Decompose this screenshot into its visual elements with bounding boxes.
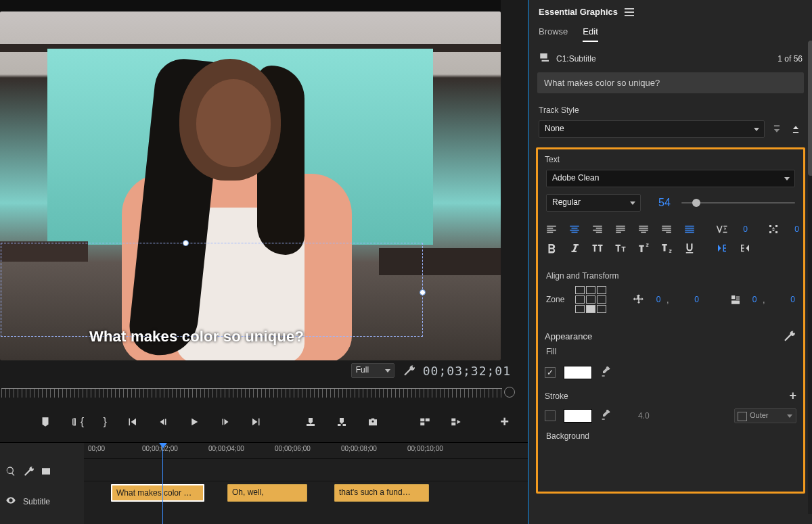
subtitle-clip[interactable]: What makes color … <box>111 484 204 502</box>
step-back-button[interactable] <box>157 415 169 429</box>
align-left-icon[interactable] <box>545 222 558 236</box>
monitor-footer: Full 00;03;32;01 <box>0 360 518 381</box>
step-forward-button[interactable] <box>219 415 231 429</box>
text-section-highlight: Text Adobe Clean Regular 54 0 <box>536 147 805 494</box>
add-stroke-button[interactable]: + <box>789 389 796 403</box>
smallcaps-icon[interactable] <box>614 241 627 255</box>
font-weight-select[interactable]: Regular <box>546 194 641 212</box>
play-button[interactable] <box>188 415 200 429</box>
fill-eyedropper-icon[interactable] <box>600 366 611 379</box>
font-size-value[interactable]: 54 <box>658 197 671 209</box>
subtitle-clip[interactable]: that's such a fund… <box>334 484 429 502</box>
subtitle-clip[interactable]: Oh, well, <box>227 484 307 502</box>
caption-layer-icon <box>539 51 551 66</box>
font-size-slider[interactable] <box>681 197 795 208</box>
stroke-checkbox[interactable] <box>545 410 556 421</box>
pos-x[interactable]: 0 <box>651 295 660 304</box>
monitor-settings-icon[interactable] <box>403 364 415 377</box>
stroke-eyedropper-icon[interactable] <box>600 410 611 423</box>
extract-button[interactable] <box>336 415 348 429</box>
appearance-settings-icon[interactable] <box>782 329 796 343</box>
lift-button[interactable] <box>304 415 317 429</box>
handle-right[interactable] <box>420 289 426 295</box>
mark-out-button[interactable]: } <box>103 415 107 429</box>
wrench-icon[interactable] <box>23 466 34 479</box>
monitor-scrubber[interactable] <box>0 383 518 403</box>
zoom-knob-icon[interactable] <box>504 387 515 398</box>
kerning-value[interactable]: 0 <box>738 224 748 234</box>
italic-icon[interactable] <box>568 241 581 255</box>
eye-icon[interactable] <box>5 495 16 508</box>
justify-left-icon[interactable] <box>614 222 627 236</box>
program-monitor[interactable]: What makes color so unique? <box>0 0 501 360</box>
tab-edit[interactable]: Edit <box>583 26 597 42</box>
text-selection-box[interactable] <box>1 243 423 337</box>
bold-icon[interactable] <box>545 241 558 255</box>
track-style-select[interactable]: None <box>539 120 765 138</box>
allcaps-icon[interactable] <box>591 241 604 255</box>
go-to-out-button[interactable] <box>250 415 263 429</box>
ltr-icon[interactable] <box>715 241 729 255</box>
subscript-icon[interactable] <box>660 241 673 255</box>
cc-icon[interactable] <box>41 466 51 479</box>
anchor-x[interactable]: 0 <box>748 295 757 304</box>
subtitle-track-row[interactable]: What makes color … Oh, well, that's such… <box>84 481 528 504</box>
resolution-dropdown[interactable]: Full <box>351 363 394 378</box>
align-right-icon[interactable] <box>591 222 604 236</box>
tsume-icon[interactable] <box>767 222 780 236</box>
playhead[interactable] <box>162 443 163 524</box>
pos-y[interactable]: 0 <box>690 295 699 304</box>
proxy-toggle-button[interactable] <box>450 415 462 429</box>
left-pane: What makes color so unique? Full 00;03;3… <box>0 0 528 524</box>
fill-checkbox[interactable] <box>545 367 556 378</box>
subtitle-overlay[interactable]: What makes color so unique? <box>89 328 304 346</box>
anchor-icon <box>729 293 742 306</box>
align-transform-heading: Align and Transform <box>541 259 800 286</box>
position-icon <box>632 293 646 306</box>
tick: 00;00;04;00 <box>208 445 244 452</box>
add-marker-button[interactable] <box>39 415 51 429</box>
lower-panels: Subtitle 00;00 00;00;02;00 00;00;04;00 0… <box>0 442 528 524</box>
stroke-swatch[interactable] <box>564 409 592 423</box>
zone-label: Zone <box>546 295 564 304</box>
justify-right-icon[interactable] <box>660 222 673 236</box>
search-icon[interactable] <box>5 466 16 479</box>
tab-browse[interactable]: Browse <box>539 26 568 42</box>
transport-bar: { } + <box>0 410 521 434</box>
push-down-button[interactable] <box>770 122 784 136</box>
track-style-label: Track Style <box>533 101 808 120</box>
handle-top[interactable] <box>183 240 189 246</box>
fill-swatch[interactable] <box>564 366 592 379</box>
font-family-select[interactable]: Adobe Clean <box>546 170 795 187</box>
tsume-value[interactable]: 0 <box>790 224 799 234</box>
anchor-y[interactable]: 0 <box>786 295 795 304</box>
tick: 00;00;06;00 <box>275 445 311 452</box>
essential-graphics-panel: Essential Graphics Browse Edit C1:Subtit… <box>528 0 812 524</box>
justify-center-icon[interactable] <box>637 222 650 236</box>
justify-full-icon[interactable] <box>683 222 696 236</box>
subtitle-timeline[interactable]: 00;00 00;00;02;00 00;00;04;00 00;00;06;0… <box>84 442 528 524</box>
fill-label: Fill <box>541 346 800 362</box>
layer-name[interactable]: C1:Subtitle <box>556 54 596 64</box>
subtitle-text-field[interactable]: What makes color so unique? <box>537 72 804 93</box>
underline-icon[interactable] <box>683 241 696 255</box>
export-frame-button[interactable] <box>367 415 379 429</box>
stroke-width[interactable]: 4.0 <box>638 411 650 421</box>
button-editor-button[interactable]: + <box>500 413 509 431</box>
zone-grid[interactable] <box>575 286 606 313</box>
panel-menu-icon[interactable] <box>625 8 634 16</box>
stroke-label: Stroke <box>545 391 568 401</box>
align-center-icon[interactable] <box>568 222 581 236</box>
stroke-type-select[interactable]: Outer <box>734 408 796 423</box>
push-up-button[interactable] <box>789 122 803 136</box>
mark-in-button[interactable]: { <box>70 415 84 429</box>
program-timecode[interactable]: 00;03;32;01 <box>423 364 511 378</box>
rtl-icon[interactable] <box>738 241 752 255</box>
go-to-in-button[interactable] <box>126 415 138 429</box>
tick: 00;00;08;00 <box>341 445 377 452</box>
kerning-icon[interactable] <box>715 222 729 236</box>
superscript-icon[interactable] <box>637 241 650 255</box>
tick: 00;00;10;00 <box>407 445 443 452</box>
comparison-view-button[interactable] <box>419 415 431 429</box>
panel-scrollbar[interactable] <box>808 41 812 514</box>
